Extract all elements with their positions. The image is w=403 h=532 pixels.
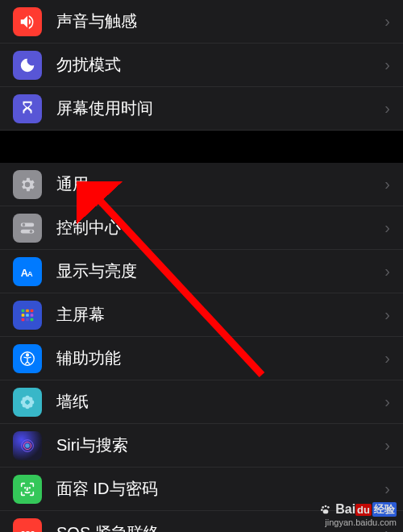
chevron-right-icon: › (384, 99, 390, 118)
svg-point-16 (27, 354, 29, 356)
row-siri[interactable]: Siri与搜索 › (0, 424, 403, 468)
svg-rect-6 (22, 309, 25, 312)
svg-point-28 (25, 443, 30, 448)
row-screentime[interactable]: 屏幕使用时间 › (0, 87, 403, 131)
row-label: 声音与触感 (56, 10, 384, 32)
svg-point-3 (30, 230, 33, 233)
svg-point-36 (321, 509, 323, 511)
svg-point-21 (23, 397, 27, 401)
sound-icon (13, 7, 42, 36)
watermark-url: jingyan.baidu.com (319, 517, 397, 527)
row-label: 辅助功能 (56, 347, 384, 369)
svg-point-34 (325, 505, 327, 508)
chevron-right-icon: › (384, 393, 390, 411)
row-label: 面容 ID与密码 (56, 478, 384, 500)
svg-rect-7 (26, 309, 29, 312)
hourglass-icon (13, 94, 42, 123)
row-label: Siri与搜索 (56, 434, 384, 456)
gear-icon (13, 170, 42, 199)
sos-icon: SOS (13, 518, 42, 532)
svg-point-29 (25, 487, 26, 488)
row-homescreen[interactable]: 主屏幕 › (0, 293, 403, 337)
watermark-brand: Bai (335, 502, 355, 517)
row-label: 显示与亮度 (56, 260, 384, 282)
section-divider (0, 131, 403, 163)
chevron-right-icon: › (384, 436, 390, 455)
svg-point-33 (322, 506, 325, 509)
svg-rect-10 (26, 314, 29, 317)
svg-rect-11 (31, 314, 34, 317)
row-label: 墙纸 (56, 391, 384, 413)
svg-point-22 (28, 397, 32, 401)
row-label: 主屏幕 (56, 304, 384, 326)
svg-rect-9 (22, 314, 25, 317)
chevron-right-icon: › (384, 12, 390, 31)
switches-icon (13, 214, 42, 243)
text-size-icon: AA (13, 257, 42, 286)
watermark: Baidu经验 jingyan.baidu.com (319, 502, 397, 527)
moon-icon (13, 51, 42, 80)
svg-text:A: A (27, 269, 33, 277)
chevron-right-icon: › (384, 175, 390, 193)
svg-point-37 (323, 509, 329, 513)
svg-point-2 (23, 223, 26, 227)
chevron-right-icon: › (384, 56, 390, 74)
chevron-right-icon: › (384, 305, 390, 324)
row-accessibility[interactable]: 辅助功能 › (0, 337, 403, 380)
flower-icon (13, 388, 42, 417)
svg-point-23 (23, 402, 27, 407)
svg-point-30 (29, 487, 30, 488)
row-display[interactable]: AA 显示与亮度 › (0, 250, 403, 293)
svg-rect-14 (31, 318, 34, 321)
row-sounds[interactable]: 声音与触感 › (0, 0, 403, 44)
accessibility-icon (13, 344, 42, 373)
chevron-right-icon: › (384, 262, 390, 281)
grid-icon (13, 301, 42, 330)
svg-rect-12 (22, 318, 25, 321)
row-wallpaper[interactable]: 墙纸 › (0, 380, 403, 424)
chevron-right-icon: › (384, 480, 390, 498)
chevron-right-icon: › (384, 349, 390, 368)
svg-rect-13 (26, 318, 29, 321)
svg-point-24 (28, 402, 32, 407)
svg-rect-8 (31, 309, 34, 312)
row-dnd[interactable]: 勿扰模式 › (0, 44, 403, 87)
chevron-right-icon: › (384, 218, 390, 237)
svg-point-25 (26, 400, 30, 404)
faceid-icon (13, 475, 42, 504)
row-controlcenter[interactable]: 控制中心 › (0, 206, 403, 250)
svg-point-35 (327, 506, 330, 509)
paw-icon (319, 503, 332, 516)
row-general[interactable]: 通用 › (0, 163, 403, 206)
row-label: 控制中心 (56, 217, 384, 239)
row-label: 屏幕使用时间 (56, 98, 384, 119)
row-label: 通用 (56, 173, 384, 195)
row-label: 勿扰模式 (56, 54, 384, 76)
siri-icon (13, 431, 42, 460)
settings-list: 声音与触感 › 勿扰模式 › 屏幕使用时间 › 通用 › 控制中心 › AA (0, 0, 403, 532)
